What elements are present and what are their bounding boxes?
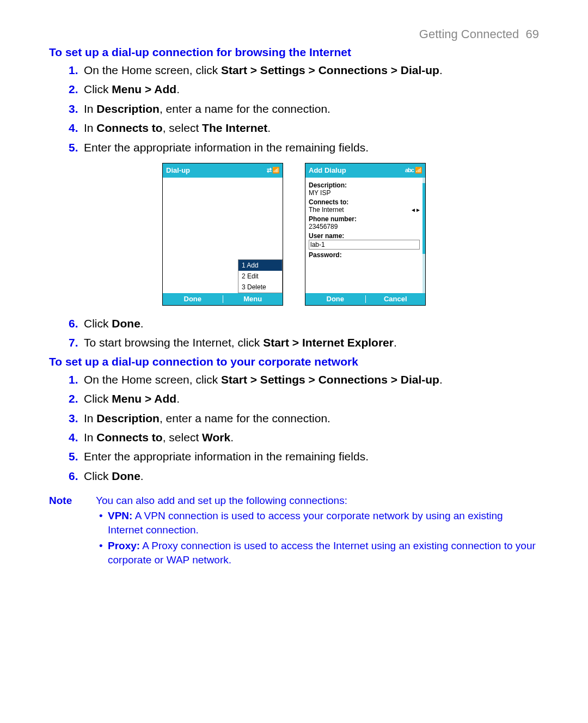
phone-add-dialup: Add Dialup abc 📶 Description: MY ISP Con… <box>305 163 426 306</box>
step: 4.In Connects to, select The Internet. <box>69 120 539 136</box>
menu-item-add[interactable]: 1 Add <box>238 260 282 271</box>
header-page: 69 <box>526 27 539 41</box>
phone2-softkey-cancel[interactable]: Cancel <box>366 295 426 303</box>
user-name-input[interactable] <box>309 240 420 250</box>
note-label: Note <box>49 495 96 569</box>
phone-number-label: Phone number: <box>309 215 420 223</box>
step: 2.Click Menu > Add. <box>69 81 539 97</box>
connects-to-spinner[interactable]: The Internet ◂ ▸ <box>309 206 420 214</box>
connects-to-label: Connects to: <box>309 198 420 206</box>
phone1-menu[interactable]: 1 Add 2 Edit 3 Delete <box>238 259 283 293</box>
page-header: Getting Connected 69 <box>49 27 539 41</box>
phone1-softkey-done[interactable]: Done <box>163 295 223 303</box>
phone2-body: Description: MY ISP Connects to: The Int… <box>305 178 425 293</box>
note-item-vpn: VPN: A VPN connection is used to access … <box>108 509 539 537</box>
section1-title: To set up a dial-up connection for brows… <box>49 46 539 59</box>
phone1-softkey-menu[interactable]: Menu <box>223 295 283 303</box>
step: 1.On the Home screen, click Start > Sett… <box>69 372 539 387</box>
note-block: Note You can also add and set up the fol… <box>49 495 539 569</box>
phone2-softkey-done[interactable]: Done <box>305 295 365 303</box>
step: 3.In Description, enter a name for the c… <box>69 410 539 426</box>
description-value[interactable]: MY ISP <box>309 189 420 197</box>
section1-steps-a: 1.On the Home screen, click Start > Sett… <box>69 62 539 155</box>
input-mode-icon: abc 📶 <box>405 167 422 174</box>
step: 5.Enter the appropriate information in t… <box>69 448 539 464</box>
step: 6.Click Done. <box>69 468 539 484</box>
phone1-titlebar: Dial-up ⇄ 📶 <box>163 163 283 178</box>
note-intro: You can also add and set up the followin… <box>96 495 539 507</box>
phone1-softkeys: Done Menu <box>163 293 283 305</box>
password-label: Password: <box>309 251 420 259</box>
phone2-title: Add Dialup <box>309 166 346 174</box>
note-item-proxy: Proxy: A Proxy connection is used to acc… <box>108 539 539 567</box>
step: 5.Enter the appropriate information in t… <box>69 139 539 155</box>
signal-icon: ⇄ 📶 <box>267 167 279 174</box>
step: 6.Click Done. <box>69 315 539 331</box>
section2-steps: 1.On the Home screen, click Start > Sett… <box>69 372 539 484</box>
phone1-title: Dial-up <box>166 166 190 174</box>
description-label: Description: <box>309 181 420 189</box>
phone1-body: 1 Add 2 Edit 3 Delete <box>163 178 283 293</box>
spinner-arrows-icon[interactable]: ◂ ▸ <box>412 206 420 214</box>
menu-item-edit[interactable]: 2 Edit <box>238 271 282 282</box>
scrollbar[interactable] <box>422 178 425 293</box>
header-title: Getting Connected <box>419 27 519 41</box>
step: 7.To start browsing the Internet, click … <box>69 335 539 350</box>
step: 4.In Connects to, select Work. <box>69 429 539 445</box>
section1-steps-b: 6.Click Done. 7.To start browsing the In… <box>69 315 539 351</box>
section2-title: To set up a dial-up connection to your c… <box>49 355 539 368</box>
note-list: VPN: A VPN connection is used to access … <box>96 509 539 567</box>
step: 1.On the Home screen, click Start > Sett… <box>69 62 539 78</box>
phone2-titlebar: Add Dialup abc 📶 <box>305 163 425 178</box>
phone-dialup-list: Dial-up ⇄ 📶 1 Add 2 Edit 3 Delete Done M… <box>162 163 283 306</box>
connects-to-value: The Internet <box>309 206 344 214</box>
phone-screenshots: Dial-up ⇄ 📶 1 Add 2 Edit 3 Delete Done M… <box>49 163 539 306</box>
step: 3.In Description, enter a name for the c… <box>69 101 539 117</box>
step: 2.Click Menu > Add. <box>69 391 539 406</box>
menu-item-delete[interactable]: 3 Delete <box>238 282 282 293</box>
user-name-label: User name: <box>309 232 420 240</box>
phone2-softkeys: Done Cancel <box>305 293 425 305</box>
phone-number-value[interactable]: 23456789 <box>309 223 420 230</box>
